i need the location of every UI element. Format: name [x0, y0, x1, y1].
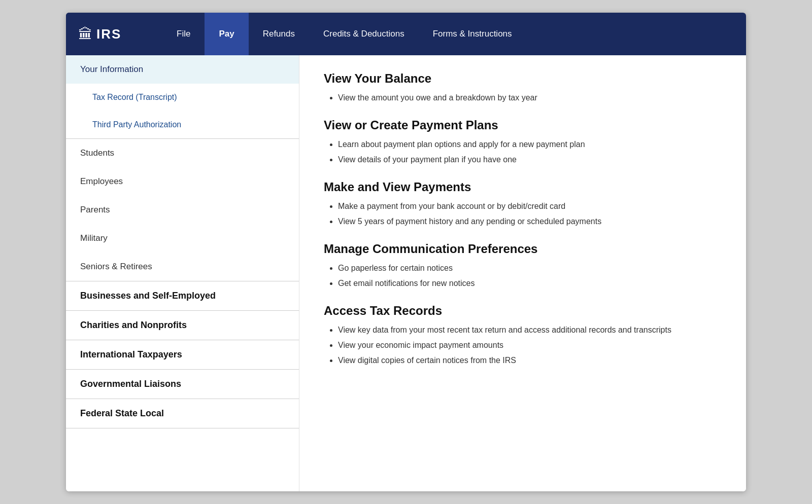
content-section-payment-plans: View or Create Payment Plans Learn about… — [324, 118, 722, 166]
sidebar-section-4: Charities and Nonprofits — [66, 311, 299, 340]
content-section-make-payments: Make and View Payments Make a payment fr… — [324, 180, 722, 228]
sidebar-item-charities[interactable]: Charities and Nonprofits — [66, 311, 299, 340]
sidebar-item-parents[interactable]: Parents — [66, 196, 299, 224]
bullet-payments-1: Make a payment from your bank account or… — [338, 200, 722, 212]
nav-item-pay[interactable]: Pay — [205, 13, 248, 55]
bullet-records-2: View your economic impact payment amount… — [338, 339, 722, 351]
sidebar-section-5: International Taxpayers — [66, 340, 299, 370]
bullet-plans-1: Learn about payment plan options and app… — [338, 138, 722, 151]
main-content: Your Information Tax Record (Transcript)… — [66, 55, 746, 491]
section-heading-make-payments: Make and View Payments — [324, 180, 722, 194]
section-bullets-communication: Go paperless for certain notices Get ema… — [324, 262, 722, 290]
sidebar-item-your-information[interactable]: Your Information — [66, 55, 299, 84]
sidebar-item-military[interactable]: Military — [66, 224, 299, 253]
nav-logo[interactable]: 🏛 IRS — [66, 13, 162, 55]
sidebar-section-7: Federal State Local — [66, 399, 299, 428]
nav-items: File Pay Refunds Credits & Deductions Fo… — [162, 13, 746, 55]
content-section-communication: Manage Communication Preferences Go pape… — [324, 242, 722, 290]
bullet-plans-2: View details of your payment plan if you… — [338, 154, 722, 166]
browser-frame: 🏛 IRS File Pay Refunds Credits & Deducti… — [66, 13, 746, 491]
sidebar-item-governmental[interactable]: Governmental Liaisons — [66, 370, 299, 399]
sidebar-item-federal-state[interactable]: Federal State Local — [66, 399, 299, 428]
section-heading-communication: Manage Communication Preferences — [324, 242, 722, 256]
content-area: View Your Balance View the amount you ow… — [299, 55, 746, 491]
nav-item-credits-deductions[interactable]: Credits & Deductions — [309, 13, 419, 55]
section-heading-tax-records: Access Tax Records — [324, 304, 722, 318]
bullet-records-3: View digital copies of certain notices f… — [338, 354, 722, 367]
section-bullets-tax-records: View key data from your most recent tax … — [324, 324, 722, 367]
section-heading-balance: View Your Balance — [324, 71, 722, 86]
bullet-balance-1: View the amount you owe and a breakdown … — [338, 92, 722, 104]
sidebar-section-6: Governmental Liaisons — [66, 370, 299, 399]
content-section-tax-records: Access Tax Records View key data from yo… — [324, 304, 722, 367]
nav-item-file[interactable]: File — [162, 13, 205, 55]
nav-item-forms-instructions[interactable]: Forms & Instructions — [419, 13, 526, 55]
nav-item-refunds[interactable]: Refunds — [249, 13, 309, 55]
sidebar-item-third-party[interactable]: Third Party Authorization — [66, 111, 299, 138]
sidebar: Your Information Tax Record (Transcript)… — [66, 55, 299, 491]
section-heading-payment-plans: View or Create Payment Plans — [324, 118, 722, 132]
section-bullets-make-payments: Make a payment from your bank account or… — [324, 200, 722, 228]
bullet-comm-1: Go paperless for certain notices — [338, 262, 722, 274]
sidebar-section-2: Students Employees Parents Military Seni… — [66, 139, 299, 281]
bullet-comm-2: Get email notifications for new notices — [338, 277, 722, 290]
irs-logo-text: IRS — [96, 26, 121, 42]
sidebar-item-tax-record[interactable]: Tax Record (Transcript) — [66, 84, 299, 111]
content-section-balance: View Your Balance View the amount you ow… — [324, 71, 722, 104]
section-bullets-payment-plans: Learn about payment plan options and app… — [324, 138, 722, 166]
irs-logo-icon: 🏛 — [78, 26, 92, 43]
section-bullets-balance: View the amount you owe and a breakdown … — [324, 92, 722, 104]
sidebar-item-international[interactable]: International Taxpayers — [66, 340, 299, 369]
sidebar-item-students[interactable]: Students — [66, 139, 299, 167]
sidebar-item-businesses[interactable]: Businesses and Self-Employed — [66, 281, 299, 310]
sidebar-section-3: Businesses and Self-Employed — [66, 281, 299, 311]
sidebar-item-seniors-retirees[interactable]: Seniors & Retirees — [66, 253, 299, 281]
sidebar-section-1: Your Information Tax Record (Transcript)… — [66, 55, 299, 139]
sidebar-item-employees[interactable]: Employees — [66, 167, 299, 196]
bullet-payments-2: View 5 years of payment history and any … — [338, 215, 722, 228]
top-nav: 🏛 IRS File Pay Refunds Credits & Deducti… — [66, 13, 746, 55]
bullet-records-1: View key data from your most recent tax … — [338, 324, 722, 336]
